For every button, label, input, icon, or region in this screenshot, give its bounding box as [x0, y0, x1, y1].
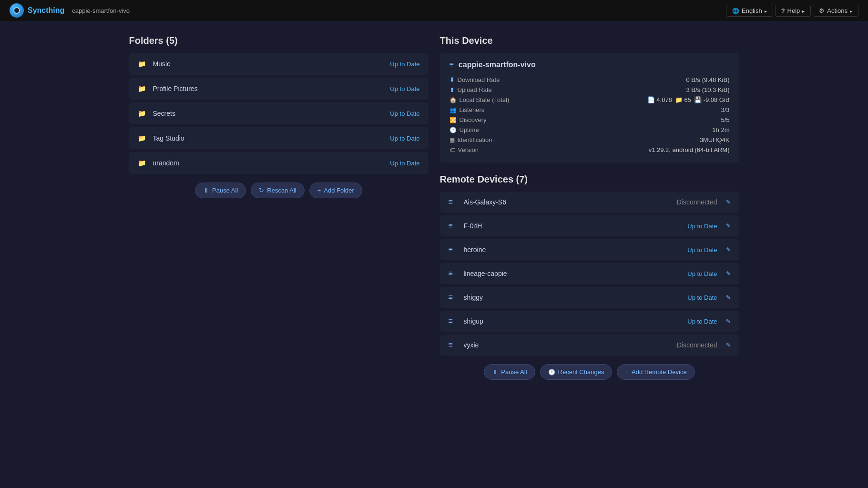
version-tag-icon — [449, 146, 455, 153]
uptime-icon — [449, 126, 457, 133]
remote-device-item[interactable]: shiggy Up to Date ✎ — [440, 287, 739, 308]
local-state-row: Local State (Total) 📄 4,078 📁 65 💾 -9.08… — [449, 95, 730, 105]
folder-status: Up to Date — [390, 61, 419, 68]
remote-device-status: Up to Date — [687, 223, 717, 230]
remote-devices-list: Ais-Galaxy-S6 Disconnected ✎ F-04H Up to… — [440, 192, 739, 356]
upload-rate-value: 3 B/s (10.3 KiB) — [686, 86, 729, 93]
folder-name: urandom — [153, 159, 385, 167]
folder-item[interactable]: Secrets Up to Date — [129, 102, 429, 124]
folder-name: Music — [153, 60, 385, 68]
lang-chevron-icon — [765, 7, 767, 14]
folder-item[interactable]: Profile Pictures Up to Date — [129, 78, 429, 100]
folders-list: Music Up to Date Profile Pictures Up to … — [129, 53, 429, 174]
brand-name: Syncthing — [28, 6, 64, 15]
folder-item[interactable]: Music Up to Date — [129, 53, 429, 75]
remote-device-item[interactable]: F-04H Up to Date ✎ — [440, 215, 739, 236]
remote-device-item[interactable]: vyxie Disconnected ✎ — [440, 335, 739, 356]
edit-icon[interactable]: ✎ — [726, 318, 731, 325]
remote-device-item[interactable]: heroine Up to Date ✎ — [440, 239, 739, 260]
this-device-name: cappie-smartfon-vivo — [449, 61, 730, 69]
this-device-panel[interactable]: cappie-smartfon-vivo Download Rate 0 B/s… — [440, 53, 739, 163]
download-rate-value: 0 B/s (9.48 KiB) — [686, 76, 729, 83]
listeners-row: Listeners 3/3 — [449, 105, 730, 115]
globe-icon — [732, 7, 739, 14]
remote-device-item[interactable]: shigup Up to Date ✎ — [440, 311, 739, 332]
download-rate-row: Download Rate 0 B/s (9.48 KiB) — [449, 75, 730, 85]
edit-icon[interactable]: ✎ — [726, 246, 731, 253]
uptime-row: Uptime 1h 2m — [449, 125, 730, 135]
remote-device-icon — [449, 222, 458, 230]
folder-icon — [138, 84, 147, 93]
remote-device-status: Disconnected — [677, 341, 717, 349]
remote-device-name: Ais-Galaxy-S6 — [464, 198, 671, 206]
navbar-right: English Help Actions — [726, 5, 858, 17]
hostname-label: cappie-smartfon-vivo — [72, 7, 130, 14]
edit-icon[interactable]: ✎ — [726, 294, 731, 301]
help-label: Help — [787, 7, 800, 14]
edit-icon[interactable]: ✎ — [726, 223, 731, 229]
remote-device-icon — [449, 269, 458, 278]
folder-status: Up to Date — [390, 160, 419, 167]
upload-icon — [449, 86, 455, 93]
rescan-all-button[interactable]: Rescan All — [251, 183, 304, 198]
folders-btn-row: Pause All Rescan All Add Folder — [129, 183, 429, 198]
upload-rate-row: Upload Rate 3 B/s (10.3 KiB) — [449, 85, 730, 95]
remote-device-name: lineage-cappie — [464, 270, 682, 277]
help-chevron-icon — [802, 7, 805, 14]
pause-all-folders-button[interactable]: Pause All — [195, 183, 246, 198]
edit-icon[interactable]: ✎ — [726, 342, 731, 348]
listeners-value: 3/3 — [721, 106, 729, 113]
actions-label: Actions — [827, 7, 848, 14]
folder-icon — [138, 134, 147, 142]
add-remote-device-button[interactable]: Add Remote Device — [617, 364, 694, 380]
actions-button[interactable]: Actions — [813, 5, 858, 17]
folder-icon — [138, 159, 147, 167]
remote-device-status: Up to Date — [687, 246, 717, 254]
remote-device-item[interactable]: Ais-Galaxy-S6 Disconnected ✎ — [440, 192, 739, 213]
folder-name: Secrets — [153, 110, 385, 117]
remote-device-icon — [449, 317, 458, 325]
remote-devices-section: Remote Devices (7) Ais-Galaxy-S6 Disconn… — [440, 174, 739, 380]
pause-all-remote-button[interactable]: Pause All — [484, 364, 535, 380]
add-remote-icon — [625, 368, 629, 376]
device-bars-icon — [449, 61, 454, 69]
navbar: Syncthing cappie-smartfon-vivo English H… — [0, 0, 868, 21]
download-icon — [449, 76, 455, 83]
remote-device-status: Up to Date — [687, 294, 717, 301]
remote-device-status: Up to Date — [687, 270, 717, 277]
folder-icon — [138, 109, 147, 118]
version-row: Version v1.29.2, android (64-bit ARM) — [449, 145, 730, 155]
remote-device-status: Disconnected — [677, 198, 717, 206]
edit-icon[interactable]: ✎ — [726, 199, 731, 205]
listeners-icon — [449, 106, 457, 113]
edit-icon[interactable]: ✎ — [726, 270, 731, 277]
recent-changes-button[interactable]: Recent Changes — [540, 364, 613, 380]
remote-device-item[interactable]: lineage-cappie Up to Date ✎ — [440, 263, 739, 284]
folder-icon — [138, 60, 147, 68]
identification-value: 3MUHQ4K — [700, 136, 730, 143]
uptime-value: 1h 2m — [712, 126, 729, 133]
folder-item[interactable]: urandom Up to Date — [129, 152, 429, 174]
remote-device-name: shigup — [464, 317, 682, 325]
add-folder-icon — [317, 187, 321, 194]
folder-item[interactable]: Tag Studio Up to Date — [129, 127, 429, 149]
main-content: Folders (5) Music Up to Date Profile Pic… — [101, 21, 768, 394]
remote-device-icon — [449, 293, 458, 302]
folder-name: Tag Studio — [153, 134, 385, 142]
discovery-row: Discovery 5/5 — [449, 115, 730, 125]
add-folder-button[interactable]: Add Folder — [309, 183, 362, 198]
help-button[interactable]: Help — [775, 5, 811, 17]
home-icon — [449, 96, 457, 103]
brand-link[interactable]: Syncthing — [10, 3, 64, 18]
actions-gear-icon — [819, 7, 825, 14]
this-device-title: This Device — [440, 35, 739, 46]
folder-name: Profile Pictures — [153, 85, 385, 92]
folders-title: Folders (5) — [129, 35, 429, 46]
discovery-value: 5/5 — [721, 116, 729, 123]
folders-panel: Folders (5) Music Up to Date Profile Pic… — [129, 35, 429, 380]
language-button[interactable]: English — [726, 5, 773, 17]
pause-icon — [203, 187, 209, 194]
pause-all-remote-label: Pause All — [501, 368, 527, 376]
discovery-icon — [449, 116, 457, 123]
folder-status: Up to Date — [390, 110, 419, 117]
